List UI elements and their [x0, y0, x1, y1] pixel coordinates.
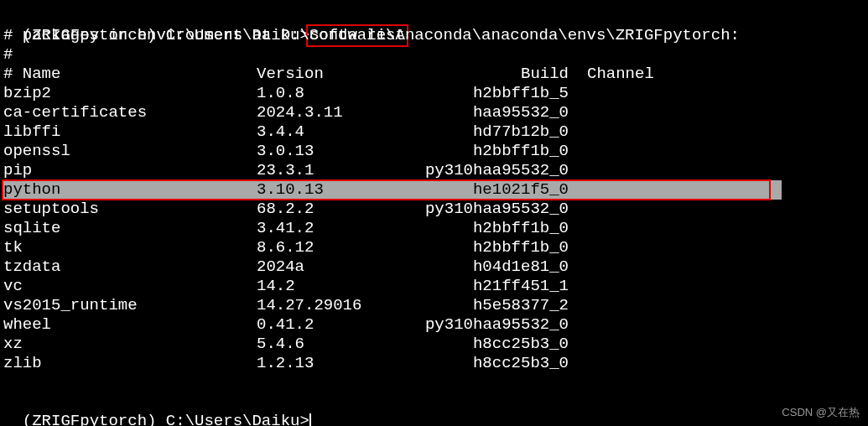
- cursor: [309, 413, 311, 426]
- package-version: 14.27.29016: [257, 296, 424, 315]
- package-version: 14.2: [257, 277, 424, 296]
- env-line: # packages in environment at D:\Software…: [3, 26, 865, 45]
- package-name: wheel: [3, 315, 257, 335]
- header-channel: Channel: [587, 65, 654, 84]
- package-version: 1.2.13: [257, 354, 424, 373]
- package-version: 3.4.4: [257, 122, 424, 142]
- package-name: libffi: [3, 122, 257, 142]
- package-row: pip23.3.1py310haa95532_0: [3, 161, 865, 180]
- package-build: h8cc25b3_0: [424, 335, 587, 354]
- package-version: 23.3.1: [257, 161, 424, 180]
- package-build: h8cc25b3_0: [424, 354, 587, 373]
- package-build: hd77b12b_0: [424, 122, 587, 142]
- package-name: openssl: [3, 142, 257, 161]
- package-name: bzip2: [3, 84, 257, 103]
- hash-line: #: [3, 45, 865, 65]
- package-row: python3.10.13he1021f5_0: [3, 180, 782, 200]
- package-row: ca-certificates2024.3.11haa95532_0: [3, 103, 865, 122]
- package-build: haa95532_0: [424, 103, 587, 122]
- package-version: 8.6.12: [257, 238, 424, 257]
- blank-line: [3, 373, 865, 392]
- package-build: h2bbff1b_0: [424, 142, 587, 161]
- package-row: zlib1.2.13h8cc25b3_0: [3, 354, 865, 373]
- package-build: h04d1e81_0: [424, 257, 587, 277]
- watermark: CSDN @又在热: [782, 406, 860, 419]
- prompt-line-1[interactable]: (ZRIGFpytorch) C:\Users\Daiku>conda list: [3, 7, 865, 26]
- package-row: setuptools68.2.2py310haa95532_0: [3, 200, 865, 219]
- package-name: sqlite: [3, 219, 257, 238]
- package-row: sqlite3.41.2h2bbff1b_0: [3, 219, 865, 238]
- package-name: xz: [3, 335, 257, 354]
- package-name: ca-certificates: [3, 103, 257, 122]
- header-name: # Name: [3, 65, 257, 84]
- prompt-prefix-2: (ZRIGFpytorch) C:\Users\Daiku>: [23, 412, 309, 426]
- package-version: 0.41.2: [257, 315, 424, 335]
- package-row: openssl3.0.13h2bbff1b_0: [3, 142, 865, 161]
- package-name: setuptools: [3, 200, 257, 219]
- package-build: h2bbff1b_0: [424, 238, 587, 257]
- package-version: 3.10.13: [257, 180, 424, 200]
- prompt-line-2[interactable]: (ZRIGFpytorch) C:\Users\Daiku>: [3, 392, 865, 412]
- package-version: 5.4.6: [257, 335, 424, 354]
- header-build: Build: [424, 65, 587, 84]
- package-row: vc14.2h21ff451_1: [3, 277, 865, 296]
- package-row: wheel0.41.2py310haa95532_0: [3, 315, 865, 335]
- package-name: vc: [3, 277, 257, 296]
- package-version: 3.0.13: [257, 142, 424, 161]
- package-build: py310haa95532_0: [424, 200, 587, 219]
- package-name: vs2015_runtime: [3, 296, 257, 315]
- package-version: 3.41.2: [257, 219, 424, 238]
- package-version: 68.2.2: [257, 200, 424, 219]
- package-name: zlib: [3, 354, 257, 373]
- package-version: 2024a: [257, 257, 424, 277]
- header-version: Version: [257, 65, 424, 84]
- package-version: 1.0.8: [257, 84, 424, 103]
- package-build: h2bbff1b_5: [424, 84, 587, 103]
- package-build: py310haa95532_0: [424, 161, 587, 180]
- package-build: py310haa95532_0: [424, 315, 587, 335]
- package-name: tzdata: [3, 257, 257, 277]
- package-row: tzdata2024ah04d1e81_0: [3, 257, 865, 277]
- package-version: 2024.3.11: [257, 103, 424, 122]
- package-build: h5e58377_2: [424, 296, 587, 315]
- package-row: bzip21.0.8h2bbff1b_5: [3, 84, 865, 103]
- package-build: h2bbff1b_0: [424, 219, 587, 238]
- package-row: xz5.4.6h8cc25b3_0: [3, 335, 865, 354]
- package-row: vs2015_runtime14.27.29016h5e58377_2: [3, 296, 865, 315]
- package-build: he1021f5_0: [424, 180, 587, 200]
- package-name: python: [3, 180, 257, 200]
- package-build: h21ff451_1: [424, 277, 587, 296]
- package-list: bzip21.0.8h2bbff1b_5ca-certificates2024.…: [3, 84, 865, 373]
- package-name: pip: [3, 161, 257, 180]
- package-row: libffi3.4.4hd77b12b_0: [3, 122, 865, 142]
- header-row: # Name Version Build Channel: [3, 65, 865, 84]
- package-row: tk8.6.12h2bbff1b_0: [3, 238, 865, 257]
- package-name: tk: [3, 238, 257, 257]
